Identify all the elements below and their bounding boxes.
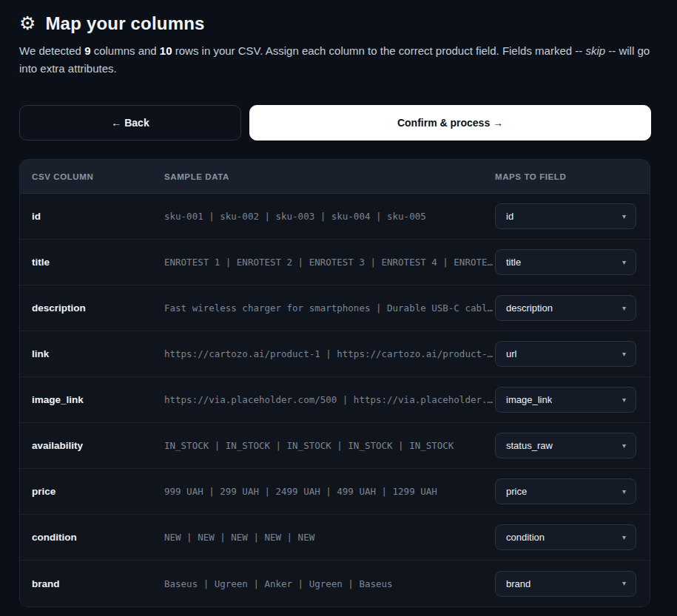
- table-row: image_link https://via.placeholder.com/5…: [20, 377, 650, 423]
- rows-count: 10: [160, 44, 172, 57]
- field-select[interactable]: id ▾: [495, 203, 636, 229]
- field-select[interactable]: image_link ▾: [495, 387, 636, 413]
- sample-data: ENROTEST 1 | ENROTEST 2 | ENROTEST 3 | E…: [164, 257, 495, 268]
- page-header: ⚙ Map your columns: [19, 13, 651, 34]
- gear-icon: ⚙: [19, 14, 36, 33]
- column-mapping-table: CSV COLUMN SAMPLE DATA MAPS TO FIELD id …: [19, 159, 650, 607]
- csv-column-name: brand: [32, 578, 164, 589]
- field-select-value: brand: [506, 578, 531, 589]
- intro-text: We detected 9 columns and 10 rows in you…: [19, 42, 651, 78]
- csv-column-name: title: [32, 257, 164, 268]
- intro-part3: rows in your CSV. Assign each column to …: [172, 44, 586, 57]
- field-select-value: title: [506, 257, 521, 268]
- page-title: Map your columns: [45, 13, 204, 34]
- action-buttons: ← Back Confirm & process →: [19, 105, 651, 141]
- sample-data: NEW | NEW | NEW | NEW | NEW: [164, 532, 495, 543]
- csv-column-name: description: [32, 302, 164, 314]
- skip-word: skip: [585, 44, 605, 57]
- table-row: link https://cartozo.ai/product-1 | http…: [20, 331, 650, 377]
- back-button[interactable]: ← Back: [19, 105, 241, 141]
- table-row: description Fast wireless charger for sm…: [20, 285, 650, 331]
- csv-column-name: availability: [32, 440, 164, 451]
- field-select[interactable]: brand ▾: [495, 571, 636, 597]
- intro-part2: columns and: [90, 44, 159, 57]
- sample-data: Baseus | Ugreen | Anker | Ugreen | Baseu…: [164, 578, 495, 589]
- csv-column-name: image_link: [32, 394, 164, 405]
- table-row: price 999 UAH | 299 UAH | 2499 UAH | 499…: [20, 469, 650, 515]
- chevron-down-icon: ▾: [622, 441, 626, 449]
- chevron-down-icon: ▾: [622, 579, 626, 587]
- chevron-down-icon: ▾: [622, 211, 626, 220]
- csv-column-name: link: [32, 348, 164, 359]
- chevron-down-icon: ▾: [622, 487, 626, 495]
- sample-data: Fast wireless charger for smartphones | …: [164, 302, 495, 314]
- table-row: brand Baseus | Ugreen | Anker | Ugreen |…: [20, 561, 650, 606]
- header-sample-data: SAMPLE DATA: [164, 172, 495, 181]
- chevron-down-icon: ▾: [622, 532, 626, 541]
- table-row: condition NEW | NEW | NEW | NEW | NEW co…: [20, 515, 650, 561]
- field-select[interactable]: url ▾: [495, 341, 636, 367]
- table-row: title ENROTEST 1 | ENROTEST 2 | ENROTEST…: [20, 240, 650, 285]
- field-select[interactable]: price ▾: [495, 478, 636, 504]
- field-select-value: price: [506, 486, 527, 497]
- field-select-value: status_raw: [506, 440, 553, 451]
- header-csv-column: CSV COLUMN: [32, 172, 164, 181]
- table-header-row: CSV COLUMN SAMPLE DATA MAPS TO FIELD: [20, 160, 650, 194]
- field-select[interactable]: condition ▾: [495, 524, 636, 550]
- sample-data: 999 UAH | 299 UAH | 2499 UAH | 499 UAH |…: [164, 486, 495, 497]
- sample-data: https://via.placeholder.com/500 | https:…: [164, 394, 495, 405]
- field-select[interactable]: status_raw ▾: [495, 433, 636, 458]
- field-select-value: image_link: [506, 394, 552, 405]
- table-row: id sku-001 | sku-002 | sku-003 | sku-004…: [20, 194, 650, 240]
- chevron-down-icon: ▾: [622, 349, 626, 357]
- chevron-down-icon: ▾: [622, 395, 626, 403]
- confirm-process-button[interactable]: Confirm & process →: [249, 105, 651, 141]
- sample-data: https://cartozo.ai/product-1 | https://c…: [164, 348, 495, 359]
- field-select[interactable]: title ▾: [495, 249, 636, 275]
- chevron-down-icon: ▾: [622, 257, 626, 265]
- page: ⚙ Map your columns We detected 9 columns…: [19, 0, 651, 607]
- field-select-value: description: [506, 302, 553, 314]
- mapping-table-body: id sku-001 | sku-002 | sku-003 | sku-004…: [20, 194, 650, 606]
- csv-column-name: price: [32, 486, 164, 497]
- chevron-down-icon: ▾: [622, 303, 626, 311]
- field-select-value: condition: [506, 532, 545, 543]
- intro-part1: We detected: [19, 44, 84, 57]
- header-maps-to-field: MAPS TO FIELD: [495, 172, 636, 181]
- field-select-value: id: [506, 211, 513, 222]
- field-select-value: url: [506, 348, 516, 359]
- sample-data: IN_STOCK | IN_STOCK | IN_STOCK | IN_STOC…: [164, 440, 495, 451]
- table-row: availability IN_STOCK | IN_STOCK | IN_ST…: [20, 423, 650, 469]
- sample-data: sku-001 | sku-002 | sku-003 | sku-004 | …: [164, 211, 495, 222]
- field-select[interactable]: description ▾: [495, 295, 636, 321]
- csv-column-name: condition: [32, 532, 164, 543]
- csv-column-name: id: [32, 211, 164, 222]
